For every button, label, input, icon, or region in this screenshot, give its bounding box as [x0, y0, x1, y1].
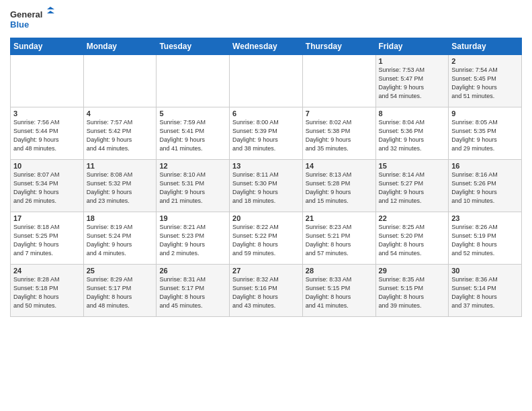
day-number: 3 — [13, 109, 81, 118]
day-number: 15 — [379, 162, 446, 170]
week-row-4: 17Sunrise: 8:18 AM Sunset: 5:25 PM Dayli… — [11, 212, 522, 265]
calendar-cell: 8Sunrise: 8:04 AM Sunset: 5:36 PM Daylig… — [375, 107, 449, 160]
day-number: 9 — [451, 109, 519, 118]
calendar-cell: 22Sunrise: 8:25 AM Sunset: 5:20 PM Dayli… — [375, 212, 449, 265]
day-info: Sunrise: 7:56 AM Sunset: 5:44 PM Dayligh… — [13, 118, 81, 153]
day-number: 16 — [451, 162, 519, 170]
calendar-cell: 1Sunrise: 7:53 AM Sunset: 5:47 PM Daylig… — [375, 55, 449, 107]
weekday-header-thursday: Thursday — [302, 38, 375, 55]
calendar-cell: 29Sunrise: 8:35 AM Sunset: 5:15 PM Dayli… — [375, 265, 449, 317]
day-info: Sunrise: 8:31 AM Sunset: 5:17 PM Dayligh… — [159, 275, 226, 310]
logo-svg: General Blue — [10, 7, 57, 32]
weekday-header-tuesday: Tuesday — [157, 38, 230, 55]
calendar-cell: 25Sunrise: 8:29 AM Sunset: 5:17 PM Dayli… — [83, 265, 157, 317]
calendar-cell — [302, 55, 375, 107]
calendar-cell: 26Sunrise: 8:31 AM Sunset: 5:17 PM Dayli… — [157, 265, 230, 317]
calendar-cell: 17Sunrise: 8:18 AM Sunset: 5:25 PM Dayli… — [11, 212, 84, 265]
week-row-2: 3Sunrise: 7:56 AM Sunset: 5:44 PM Daylig… — [11, 107, 522, 160]
day-number: 13 — [232, 162, 300, 170]
calendar-cell: 3Sunrise: 7:56 AM Sunset: 5:44 PM Daylig… — [11, 107, 84, 160]
day-info: Sunrise: 7:53 AM Sunset: 5:47 PM Dayligh… — [379, 66, 446, 101]
calendar-cell: 12Sunrise: 8:10 AM Sunset: 5:31 PM Dayli… — [157, 160, 230, 212]
day-info: Sunrise: 8:32 AM Sunset: 5:16 PM Dayligh… — [232, 275, 300, 310]
day-number: 10 — [13, 162, 81, 170]
day-info: Sunrise: 8:29 AM Sunset: 5:17 PM Dayligh… — [87, 275, 154, 310]
day-number: 22 — [379, 214, 446, 222]
day-info: Sunrise: 8:10 AM Sunset: 5:31 PM Dayligh… — [159, 171, 226, 205]
calendar-cell: 20Sunrise: 8:22 AM Sunset: 5:22 PM Dayli… — [230, 212, 303, 265]
day-info: Sunrise: 8:08 AM Sunset: 5:32 PM Dayligh… — [87, 171, 154, 205]
svg-text:General: General — [10, 9, 42, 19]
calendar-cell: 21Sunrise: 8:23 AM Sunset: 5:21 PM Dayli… — [302, 212, 375, 265]
weekday-row: SundayMondayTuesdayWednesdayThursdayFrid… — [11, 38, 522, 55]
calendar-cell: 27Sunrise: 8:32 AM Sunset: 5:16 PM Dayli… — [230, 265, 303, 317]
day-number: 4 — [87, 109, 154, 118]
logo: General Blue — [10, 7, 57, 32]
day-info: Sunrise: 8:16 AM Sunset: 5:26 PM Dayligh… — [451, 171, 519, 205]
day-info: Sunrise: 8:36 AM Sunset: 5:14 PM Dayligh… — [451, 275, 519, 310]
calendar-cell — [83, 55, 157, 107]
calendar-cell: 6Sunrise: 8:00 AM Sunset: 5:39 PM Daylig… — [230, 107, 303, 160]
week-row-5: 24Sunrise: 8:28 AM Sunset: 5:18 PM Dayli… — [11, 265, 522, 317]
week-row-1: 1Sunrise: 7:53 AM Sunset: 5:47 PM Daylig… — [11, 55, 522, 107]
day-info: Sunrise: 8:28 AM Sunset: 5:18 PM Dayligh… — [13, 275, 81, 310]
calendar-body: 1Sunrise: 7:53 AM Sunset: 5:47 PM Daylig… — [11, 55, 522, 317]
day-info: Sunrise: 8:33 AM Sunset: 5:15 PM Dayligh… — [306, 275, 373, 310]
calendar-container: General Blue SundayMondayTuesdayWednesda… — [0, 0, 532, 324]
day-info: Sunrise: 8:00 AM Sunset: 5:39 PM Dayligh… — [232, 118, 300, 153]
day-number: 14 — [306, 162, 373, 170]
week-row-3: 10Sunrise: 8:07 AM Sunset: 5:34 PM Dayli… — [11, 160, 522, 212]
day-info: Sunrise: 8:14 AM Sunset: 5:27 PM Dayligh… — [379, 171, 446, 205]
day-info: Sunrise: 8:13 AM Sunset: 5:28 PM Dayligh… — [306, 171, 373, 205]
day-info: Sunrise: 8:35 AM Sunset: 5:15 PM Dayligh… — [379, 275, 446, 310]
calendar-cell: 14Sunrise: 8:13 AM Sunset: 5:28 PM Dayli… — [302, 160, 375, 212]
day-number: 29 — [379, 267, 446, 275]
day-info: Sunrise: 7:57 AM Sunset: 5:42 PM Dayligh… — [87, 118, 154, 153]
calendar-cell: 7Sunrise: 8:02 AM Sunset: 5:38 PM Daylig… — [302, 107, 375, 160]
day-info: Sunrise: 8:21 AM Sunset: 5:23 PM Dayligh… — [159, 223, 226, 258]
day-number: 24 — [13, 267, 81, 275]
day-info: Sunrise: 7:54 AM Sunset: 5:45 PM Dayligh… — [451, 66, 519, 101]
calendar-cell — [230, 55, 303, 107]
calendar-cell: 24Sunrise: 8:28 AM Sunset: 5:18 PM Dayli… — [11, 265, 84, 317]
day-info: Sunrise: 8:04 AM Sunset: 5:36 PM Dayligh… — [379, 118, 446, 153]
day-number: 1 — [379, 57, 446, 65]
day-number: 19 — [159, 214, 226, 222]
weekday-header-sunday: Sunday — [11, 38, 84, 55]
day-info: Sunrise: 8:02 AM Sunset: 5:38 PM Dayligh… — [306, 118, 373, 153]
calendar-header: SundayMondayTuesdayWednesdayThursdayFrid… — [11, 38, 522, 55]
calendar-cell: 28Sunrise: 8:33 AM Sunset: 5:15 PM Dayli… — [302, 265, 375, 317]
calendar-cell: 4Sunrise: 7:57 AM Sunset: 5:42 PM Daylig… — [83, 107, 157, 160]
day-number: 11 — [87, 162, 154, 170]
day-info: Sunrise: 8:07 AM Sunset: 5:34 PM Dayligh… — [13, 171, 81, 205]
day-info: Sunrise: 8:26 AM Sunset: 5:19 PM Dayligh… — [451, 223, 519, 258]
day-info: Sunrise: 8:22 AM Sunset: 5:22 PM Dayligh… — [232, 223, 300, 258]
day-info: Sunrise: 8:11 AM Sunset: 5:30 PM Dayligh… — [232, 171, 300, 205]
day-info: Sunrise: 8:18 AM Sunset: 5:25 PM Dayligh… — [13, 223, 81, 258]
svg-marker-3 — [47, 11, 54, 13]
day-number: 8 — [379, 109, 446, 118]
calendar-cell: 13Sunrise: 8:11 AM Sunset: 5:30 PM Dayli… — [230, 160, 303, 212]
calendar-cell: 15Sunrise: 8:14 AM Sunset: 5:27 PM Dayli… — [375, 160, 449, 212]
day-number: 7 — [306, 109, 373, 118]
weekday-header-saturday: Saturday — [449, 38, 522, 55]
day-info: Sunrise: 8:23 AM Sunset: 5:21 PM Dayligh… — [306, 223, 373, 258]
calendar-cell: 9Sunrise: 8:05 AM Sunset: 5:35 PM Daylig… — [449, 107, 522, 160]
day-number: 20 — [232, 214, 300, 222]
calendar-cell: 11Sunrise: 8:08 AM Sunset: 5:32 PM Dayli… — [83, 160, 157, 212]
day-info: Sunrise: 8:19 AM Sunset: 5:24 PM Dayligh… — [87, 223, 154, 258]
day-number: 6 — [232, 109, 300, 118]
calendar-cell: 18Sunrise: 8:19 AM Sunset: 5:24 PM Dayli… — [83, 212, 157, 265]
day-number: 21 — [306, 214, 373, 222]
weekday-header-wednesday: Wednesday — [230, 38, 303, 55]
calendar-cell: 23Sunrise: 8:26 AM Sunset: 5:19 PM Dayli… — [449, 212, 522, 265]
svg-marker-2 — [47, 7, 54, 9]
calendar-cell: 5Sunrise: 7:59 AM Sunset: 5:41 PM Daylig… — [157, 107, 230, 160]
calendar-cell: 10Sunrise: 8:07 AM Sunset: 5:34 PM Dayli… — [11, 160, 84, 212]
day-info: Sunrise: 7:59 AM Sunset: 5:41 PM Dayligh… — [159, 118, 226, 153]
day-number: 18 — [87, 214, 154, 222]
header: General Blue — [10, 7, 522, 32]
calendar-cell: 30Sunrise: 8:36 AM Sunset: 5:14 PM Dayli… — [449, 265, 522, 317]
calendar-cell: 2Sunrise: 7:54 AM Sunset: 5:45 PM Daylig… — [449, 55, 522, 107]
day-info: Sunrise: 8:05 AM Sunset: 5:35 PM Dayligh… — [451, 118, 519, 153]
